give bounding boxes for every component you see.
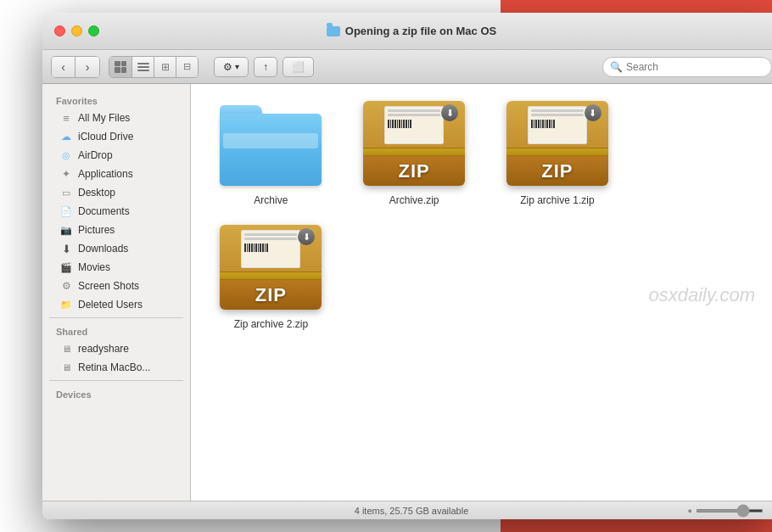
sidebar-item-deleted-users[interactable]: 📁 Deleted Users [46, 295, 187, 314]
zip-line [244, 238, 297, 240]
zip-label-text-3: ZIP [255, 284, 287, 306]
zoom-min-icon: ● [688, 507, 692, 515]
list-view-button[interactable] [131, 57, 154, 77]
sidebar-label: Movies [78, 261, 110, 273]
forward-button[interactable]: › [76, 57, 99, 77]
zip-barcode-2 [531, 120, 584, 128]
zoom-slider[interactable]: ● [688, 507, 764, 515]
back-button[interactable]: ‹ [52, 57, 76, 77]
file-item-zip2[interactable]: ⬇ ZIP Zip archive 2.zip [208, 225, 334, 332]
fullscreen-button[interactable] [88, 25, 99, 36]
list-icon: ≡ [59, 111, 73, 125]
sidebar-item-movies[interactable]: 🎬 Movies [46, 258, 187, 277]
file-item-zip1[interactable]: ⬇ ZIP Zip archive 1.zip [495, 101, 621, 208]
minimize-button[interactable] [71, 25, 82, 36]
view-buttons: ⊞ ⊟ [109, 56, 199, 78]
zip-top-2: ⬇ [506, 101, 608, 148]
sidebar-item-icloud[interactable]: ☁ iCloud Drive [46, 127, 187, 146]
sidebar-label: Documents [78, 205, 130, 217]
favorites-header: Favorites [42, 91, 190, 109]
sidebar-label: Deleted Users [78, 299, 143, 311]
sidebar-item-readyshare[interactable]: 🖥 readyshare [46, 339, 187, 358]
pictures-icon: 📷 [59, 223, 73, 237]
share-icon: ↑ [263, 61, 268, 73]
cloud-icon: ☁ [59, 130, 73, 143]
sidebar-label: iCloud Drive [78, 131, 133, 143]
sidebar-item-screenshots[interactable]: ⚙ Screen Shots [46, 277, 187, 295]
monitor-icon: 🖥 [59, 342, 73, 356]
zip-line [244, 233, 297, 236]
airdrop-icon: ◎ [59, 148, 73, 162]
sidebar-label: Retina MacBo... [78, 361, 150, 373]
action-button[interactable]: ⚙ ▾ [214, 57, 249, 77]
nav-buttons: ‹ › [51, 56, 100, 78]
folder-icon: 📁 [59, 298, 73, 311]
close-button[interactable] [54, 25, 65, 36]
gear-icon: ⚙ [59, 279, 73, 293]
zip-bottom-3: ZIP [220, 280, 322, 310]
sidebar-item-pictures[interactable]: 📷 Pictures [46, 221, 187, 239]
folder-body [220, 114, 322, 186]
download-badge-3: ⬇ [298, 228, 315, 245]
watermark-area: osxdaily.com [351, 225, 764, 332]
share-button[interactable]: ↑ [254, 57, 277, 77]
sidebar: Favorites ≡ All My Files ☁ iCloud Drive … [42, 84, 191, 501]
sidebar-item-applications[interactable]: ✦ Applications [46, 165, 187, 183]
zip-icon-3: ⬇ ZIP [220, 225, 322, 310]
zip-paper-2 [528, 106, 587, 144]
arrange-button[interactable]: ⬜ [283, 57, 314, 77]
sidebar-label: Desktop [78, 187, 115, 199]
sidebar-item-desktop[interactable]: ▭ Desktop [46, 183, 187, 202]
zip-barcode [388, 120, 440, 128]
zip-label-text-2: ZIP [541, 160, 573, 182]
file-name-archive-zip: Archive.zip [386, 193, 443, 208]
zip-line [531, 114, 584, 116]
arrange-icon: ⬜ [292, 61, 305, 73]
title-bar: Opening a zip file on Mac OS [42, 13, 772, 50]
sidebar-item-airdrop[interactable]: ◎ AirDrop [46, 146, 187, 165]
sidebar-label: readyshare [78, 343, 129, 355]
zip-label-text: ZIP [399, 160, 430, 182]
status-text: 4 items, 25.75 GB available [355, 506, 469, 516]
zoom-range-input[interactable] [696, 509, 764, 512]
empty-slot [637, 101, 764, 208]
sidebar-item-all-my-files[interactable]: ≡ All My Files [46, 109, 187, 127]
desktop-icon: ▭ [59, 186, 73, 199]
sidebar-item-downloads[interactable]: ⬇ Downloads [46, 239, 187, 258]
zip-icon-1: ⬇ ZIP [363, 101, 465, 186]
file-item-archive[interactable]: Archive [208, 101, 334, 208]
status-bar: 4 items, 25.75 GB available ● [42, 501, 772, 519]
devices-header: Devices [42, 384, 190, 402]
zip-paper-3 [241, 230, 300, 268]
download-badge-2: ⬇ [585, 104, 601, 121]
apps-icon: ✦ [59, 167, 73, 181]
download-badge: ⬇ [441, 104, 458, 121]
content-area: Favorites ≡ All My Files ☁ iCloud Drive … [42, 84, 772, 501]
movies-icon: 🎬 [59, 260, 73, 274]
zip-barcode-3 [244, 244, 297, 252]
toolbar: ‹ › ⊞ ⊟ [42, 50, 772, 84]
window-title: Opening a zip file on Mac OS [327, 25, 496, 37]
cover-flow-button[interactable]: ⊟ [176, 57, 198, 77]
sidebar-label: All My Files [78, 112, 130, 124]
search-input[interactable] [626, 61, 764, 73]
finder-window: Opening a zip file on Mac OS ‹ › [42, 13, 772, 519]
sidebar-label: Applications [78, 168, 133, 180]
window-title-text: Opening a zip file on Mac OS [345, 25, 496, 37]
sidebar-item-documents[interactable]: 📄 Documents [46, 202, 187, 221]
zip-line [388, 109, 440, 112]
folder-highlight [223, 133, 318, 148]
sidebar-label: Pictures [78, 224, 115, 236]
zip-band [363, 148, 465, 156]
icon-view-button[interactable] [109, 57, 131, 77]
sidebar-item-retina-mac[interactable]: 🖥 Retina MacBo... [46, 358, 187, 377]
zip-bottom: ZIP [363, 156, 465, 186]
coverflow-icon: ⊟ [183, 61, 191, 72]
title-folder-icon [327, 26, 340, 36]
file-item-archive-zip[interactable]: ⬇ ZIP Archive.zip [351, 101, 478, 208]
search-box[interactable]: 🔍 [602, 57, 772, 77]
zip-top-3: ⬇ [220, 225, 322, 272]
sidebar-divider-2 [49, 380, 183, 381]
column-view-button[interactable]: ⊞ [154, 57, 176, 77]
zip-band-2 [506, 148, 608, 156]
